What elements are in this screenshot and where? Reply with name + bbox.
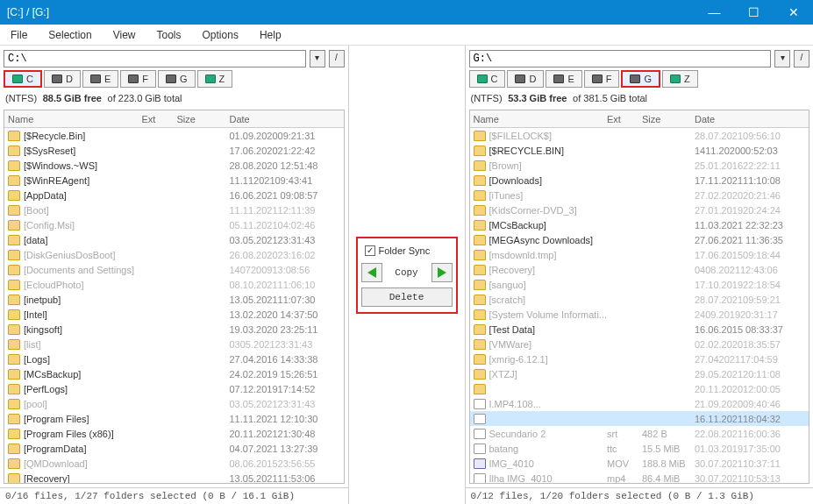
- drive-button-d[interactable]: D: [44, 70, 81, 88]
- folder-row[interactable]: [AppData]16.06.2021 09:08:57: [4, 188, 344, 202]
- drive-button-f[interactable]: F: [120, 70, 156, 88]
- left-rows[interactable]: [$Recycle.Bin]01.09.202009:21:31[$SysRes…: [4, 128, 344, 483]
- folder-row[interactable]: [$WinREAgent]11.11202109:43:41: [4, 173, 344, 188]
- drive-button-c[interactable]: C: [4, 70, 42, 88]
- folder-row[interactable]: [$Windows.~WS]28.08.2020 12:51:48: [4, 158, 344, 173]
- folder-row[interactable]: [$Recycle.Bin]01.09.202009:21:31: [4, 128, 344, 143]
- folder-row[interactable]: 20.11.202012:00:05: [470, 381, 809, 396]
- minimize-button[interactable]: —: [695, 0, 734, 25]
- left-path-dropdown[interactable]: ▾: [310, 50, 325, 67]
- drive-button-g[interactable]: G: [158, 70, 196, 88]
- drive-button-e[interactable]: E: [82, 70, 118, 88]
- folder-row[interactable]: [inetpub]13.05.202111:07:30: [4, 292, 344, 307]
- col-ext[interactable]: Ext: [607, 114, 642, 124]
- drive-icon: [12, 75, 23, 83]
- menu-file[interactable]: File: [5, 27, 32, 43]
- folder-row[interactable]: [list]0305.202123:31:43: [4, 337, 344, 351]
- right-path-action[interactable]: /: [794, 50, 809, 67]
- file-row[interactable]: I.MP4.108...21.09.202009:40:46: [470, 396, 809, 411]
- copy-right-button[interactable]: [431, 263, 453, 282]
- folder-sync-label: Folder Sync: [379, 245, 431, 256]
- close-button[interactable]: ✕: [774, 0, 813, 25]
- menu-view[interactable]: View: [108, 27, 141, 43]
- drive-button-c[interactable]: C: [469, 70, 506, 88]
- folder-row[interactable]: [pool]03.05.202123:31:43: [4, 396, 344, 411]
- file-row[interactable]: 16.11.202118:04:32: [470, 411, 809, 426]
- folder-icon: [474, 280, 486, 290]
- folder-row[interactable]: [kingsoft]19.03.2020 23:25:11: [4, 322, 344, 337]
- folder-row[interactable]: [Intel]13.02.2020 14:37:50: [4, 307, 344, 322]
- folder-row[interactable]: [Downloads]17.11.202111:10:08: [470, 173, 809, 188]
- col-date[interactable]: Date: [695, 114, 809, 124]
- folder-row[interactable]: [msdownld.tmp]17.06.201509:18:44: [470, 247, 809, 262]
- folder-icon: [8, 280, 20, 290]
- folder-row[interactable]: [scratch]28.07.202109:59:21: [470, 292, 809, 307]
- folder-row[interactable]: [MEGAsync Downloads]27.06.2021 11:36:35: [470, 232, 809, 247]
- folder-row[interactable]: [VMWare]02.02.202018:35:57: [470, 337, 809, 351]
- folder-row[interactable]: [System Volume Informati...2409.201920:3…: [470, 307, 809, 322]
- folder-row[interactable]: [Config.Msi]05.11.202104:02:46: [4, 217, 344, 232]
- folder-row[interactable]: [iTunes]27.02.202020:21:46: [470, 188, 809, 202]
- col-size[interactable]: Size: [642, 114, 695, 124]
- drive-button-z[interactable]: Z: [197, 70, 233, 88]
- folder-row[interactable]: [Brown]25.01.201622:22:11: [470, 158, 809, 173]
- folder-icon: [474, 295, 486, 305]
- right-path-input[interactable]: [469, 50, 772, 67]
- col-name[interactable]: Name: [470, 114, 608, 124]
- col-date[interactable]: Date: [230, 114, 344, 124]
- menu-help[interactable]: Help: [254, 27, 287, 43]
- left-path-action[interactable]: /: [329, 50, 345, 67]
- folder-row[interactable]: [data]03.05.202123:31:43: [4, 232, 344, 247]
- folder-sync-checkbox[interactable]: ✓: [365, 245, 375, 256]
- folder-row[interactable]: [Recovery]0408.202112:43:06: [470, 262, 809, 277]
- left-path-input[interactable]: [4, 50, 306, 67]
- drive-button-f[interactable]: F: [584, 70, 620, 88]
- menu-tools[interactable]: Tools: [152, 27, 187, 43]
- copy-left-button[interactable]: [361, 263, 382, 282]
- folder-row[interactable]: [Program Files (x86)]20.11.202121:30:48: [4, 426, 344, 441]
- folder-row[interactable]: [Boot]11.11.202112:11:39: [4, 202, 344, 217]
- file-row[interactable]: Secundario 2srt482 B22.08.202116:00:36: [470, 426, 809, 441]
- col-ext[interactable]: Ext: [142, 114, 177, 124]
- folder-icon: [474, 384, 486, 394]
- folder-row[interactable]: [$RECYCLE.BIN]1411.202000:52:03: [470, 143, 809, 158]
- folder-row[interactable]: [Recovery]13.05.202111:53:06: [4, 471, 344, 483]
- col-name[interactable]: Name: [4, 114, 142, 124]
- folder-icon: [474, 146, 486, 156]
- drive-button-z[interactable]: Z: [662, 70, 698, 88]
- folder-icon: [8, 235, 20, 245]
- drive-button-e[interactable]: E: [546, 70, 581, 88]
- drive-button-d[interactable]: D: [507, 70, 544, 88]
- drive-button-g[interactable]: G: [621, 70, 660, 88]
- folder-row[interactable]: [Logs]27.04.2016 14:33:38: [4, 351, 344, 366]
- maximize-button[interactable]: ☐: [734, 0, 774, 25]
- folder-row[interactable]: [XTZJ]29.05.202120:11:08: [470, 366, 809, 381]
- folder-row[interactable]: [MCsBackup]11.03.2021 22:32:23: [470, 217, 809, 232]
- folder-row[interactable]: [xmrig-6.12.1]27.04202117:04:59: [470, 351, 809, 366]
- file-row[interactable]: batangttc15.5 MiB01.03.201917:35:00: [470, 441, 809, 456]
- right-path-dropdown[interactable]: ▾: [774, 50, 790, 67]
- folder-row[interactable]: [EcloudPhoto]08.10.202111:06:10: [4, 277, 344, 292]
- window-titlebar: [C:] / [G:] — ☐ ✕: [0, 0, 813, 25]
- file-row[interactable]: Ilha IMG_4010mp486.4 MiB30.07.202110:53:…: [470, 471, 809, 483]
- left-drive-bar: CDEFGZ: [0, 68, 348, 89]
- folder-row[interactable]: [$SysReset]17.06.202021:22:42: [4, 143, 344, 158]
- folder-row[interactable]: [PerfLogs]07.12.201917:14:52: [4, 381, 344, 396]
- delete-button[interactable]: Delete: [361, 287, 453, 307]
- folder-row[interactable]: [$FILELOCK$]28.07.202109:56:10: [470, 128, 809, 143]
- folder-icon: [8, 369, 20, 380]
- right-rows[interactable]: [$FILELOCK$]28.07.202109:56:10[$RECYCLE.…: [470, 128, 809, 483]
- menu-options[interactable]: Options: [197, 27, 244, 43]
- file-row[interactable]: IMG_4010MOV188.8 MiB30.07.202110:37:11: [470, 456, 809, 471]
- folder-row[interactable]: [KidsCorner-DVD_3]27.01.201920:24:24: [470, 202, 809, 217]
- folder-row[interactable]: [sanguo]17.10.201922:18:54: [470, 277, 809, 292]
- folder-row[interactable]: [Documents and Settings]1407200913:08:56: [4, 262, 344, 277]
- col-size[interactable]: Size: [177, 114, 230, 124]
- folder-row[interactable]: [MCsBackup]24.02.2019 15:26:51: [4, 366, 344, 381]
- menu-selection[interactable]: Selection: [43, 27, 96, 43]
- folder-row[interactable]: [ProgramData]04.07.2021 13:27:39: [4, 441, 344, 456]
- folder-row[interactable]: [Test Data]16.06.2015 08:33:37: [470, 322, 809, 337]
- folder-row[interactable]: [QMDownload]08.06.201523:56:55: [4, 456, 344, 471]
- folder-row[interactable]: [Program Files]11.11.2021 12:10:30: [4, 411, 344, 426]
- folder-row[interactable]: [DiskGeniusDosBoot]26.08.202023:16:02: [4, 247, 344, 262]
